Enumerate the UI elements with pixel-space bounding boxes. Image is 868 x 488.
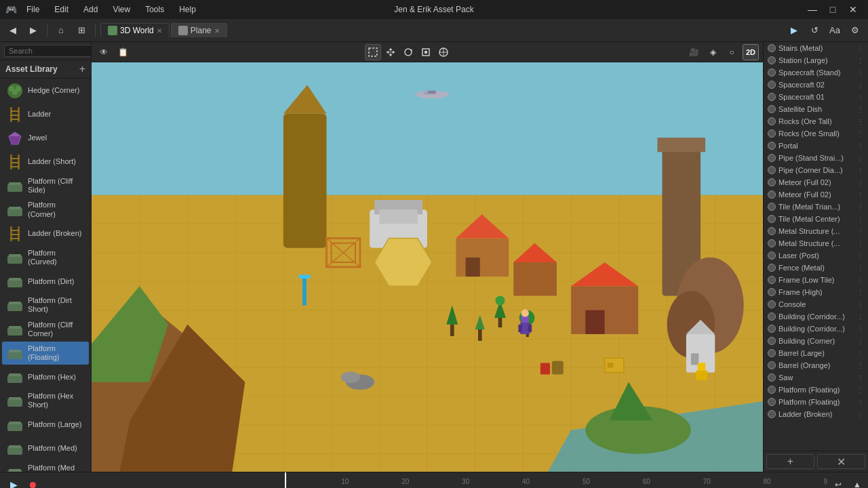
right-item-more-icon[interactable]: ⋮ [857, 264, 864, 272]
refresh-button[interactable]: ↺ [806, 22, 823, 39]
network-button[interactable]: ⊞ [73, 22, 90, 39]
right-item-more-icon[interactable]: ⋮ [857, 338, 864, 345]
play-timeline-button[interactable]: ▶ [5, 476, 22, 489]
right-item-more-icon[interactable]: ⋮ [857, 301, 864, 308]
camera-button[interactable]: 🎥 [686, 44, 702, 60]
right-list-item[interactable]: Spacecraft (Stand) ⋮ [764, 66, 868, 79]
menu-help[interactable]: Help [174, 3, 201, 16]
right-item-more-icon[interactable]: ⋮ [857, 325, 864, 333]
tab-3d-world-close[interactable]: ✕ [157, 27, 162, 35]
right-list-item[interactable]: Saw ⋮ [764, 371, 868, 384]
right-list-item[interactable]: Building (Corridor...) ⋮ [764, 323, 868, 335]
right-list-item[interactable]: Portal ⋮ [764, 140, 868, 152]
asset-item[interactable]: Platform (Med) [2, 437, 89, 460]
clipboard-button[interactable]: 📋 [115, 44, 131, 60]
right-list-item[interactable]: Laser (Post) ⋮ [764, 249, 868, 262]
asset-item[interactable]: Platform (Hex) [2, 365, 89, 388]
right-item-more-icon[interactable]: ⋮ [857, 81, 864, 89]
right-list-item[interactable]: Tile (Metal Trian...) ⋮ [764, 201, 868, 213]
right-item-more-icon[interactable]: ⋮ [857, 350, 864, 357]
visibility-button[interactable]: 👁 [96, 44, 112, 60]
record-button[interactable]: ⏺ [24, 476, 41, 489]
right-item-more-icon[interactable]: ⋮ [857, 399, 864, 406]
asset-item[interactable]: Platform (Dirt) [2, 270, 89, 293]
asset-item[interactable]: Platform (Dirt Short) [2, 293, 89, 317]
tab-plane[interactable]: Plane ✕ [171, 23, 227, 37]
right-close-button[interactable]: ✕ [817, 454, 865, 469]
move-tool-button[interactable] [382, 44, 399, 60]
right-list-item[interactable]: Spacecraft 02 ⋮ [764, 79, 868, 91]
right-item-more-icon[interactable]: ⋮ [857, 130, 864, 138]
right-item-more-icon[interactable]: ⋮ [857, 191, 864, 199]
tab-3d-world[interactable]: 3D World ✕ [100, 23, 170, 37]
transform-all-button[interactable] [435, 44, 452, 60]
right-list-item[interactable]: Barrel (Orange) ⋮ [764, 359, 868, 371]
font-button[interactable]: Aa [826, 22, 844, 39]
asset-item[interactable]: Ladder (Broken) [2, 222, 89, 245]
right-item-more-icon[interactable]: ⋮ [857, 313, 864, 321]
right-item-more-icon[interactable]: ⋮ [857, 179, 864, 186]
right-list-item[interactable]: Platform (Floating) ⋮ [764, 384, 868, 396]
right-item-more-icon[interactable]: ⋮ [857, 167, 864, 174]
viewport[interactable] [92, 62, 763, 472]
right-list-item[interactable]: Metal Structure (... ⋮ [764, 237, 868, 249]
right-item-more-icon[interactable]: ⋮ [857, 118, 864, 125]
perspective-button[interactable]: ◈ [705, 44, 721, 60]
right-add-button[interactable]: + [766, 454, 814, 469]
right-item-more-icon[interactable]: ⋮ [857, 411, 864, 418]
right-list-item[interactable]: Meteor (Full 02) ⋮ [764, 188, 868, 201]
right-item-more-icon[interactable]: ⋮ [857, 277, 864, 284]
right-item-more-icon[interactable]: ⋮ [857, 203, 864, 211]
right-list-item[interactable]: Console ⋮ [764, 298, 868, 310]
right-item-more-icon[interactable]: ⋮ [857, 155, 864, 162]
right-list-item[interactable]: Frame (High) ⋮ [764, 286, 868, 298]
rotate-tool-button[interactable] [400, 44, 416, 60]
back-button[interactable]: ◀ [4, 22, 22, 39]
right-list-item[interactable]: Stairs (Metal) ⋮ [764, 42, 868, 54]
menu-file[interactable]: File [21, 3, 45, 16]
menu-edit[interactable]: Edit [49, 3, 74, 16]
right-list-item[interactable]: Building (Corridor...) ⋮ [764, 310, 868, 323]
asset-item[interactable]: Platform (Corner) [2, 198, 89, 221]
asset-item[interactable]: Platform (Floating) [2, 342, 89, 365]
asset-item[interactable]: Platform (Cliff Corner) [2, 318, 89, 341]
close-button[interactable]: ✕ [844, 0, 863, 19]
asset-item[interactable]: Ladder [2, 103, 89, 126]
right-list-item[interactable]: Building (Corner) ⋮ [764, 335, 868, 347]
asset-item[interactable]: Hedge (Corner) [2, 79, 89, 102]
minimize-button[interactable]: — [803, 0, 822, 19]
right-item-more-icon[interactable]: ⋮ [857, 289, 864, 296]
asset-item[interactable]: Platform (Large) [2, 413, 89, 436]
right-list-item[interactable]: Platform (Floating) ⋮ [764, 396, 868, 408]
orbit-button[interactable]: ○ [724, 44, 740, 60]
right-item-more-icon[interactable]: ⋮ [857, 386, 864, 394]
forward-button[interactable]: ▶ [24, 22, 42, 39]
right-list-item[interactable]: Station (Large) ⋮ [764, 54, 868, 66]
maximize-button[interactable]: □ [823, 0, 842, 19]
right-list-item[interactable]: Spacecraft 01 ⋮ [764, 91, 868, 103]
right-item-more-icon[interactable]: ⋮ [857, 94, 864, 101]
right-list-item[interactable]: Rocks (Ore Tall) ⋮ [764, 115, 868, 127]
asset-item[interactable]: Ladder (Short) [2, 150, 89, 174]
right-list-item[interactable]: Ladder (Broken) ⋮ [764, 408, 868, 420]
play-button[interactable]: ▶ [785, 22, 803, 39]
right-item-more-icon[interactable]: ⋮ [857, 45, 864, 52]
right-list-item[interactable]: Rocks (Ore Small) ⋮ [764, 127, 868, 140]
search-input[interactable] [4, 45, 92, 57]
select-tool-button[interactable] [365, 44, 381, 60]
right-item-more-icon[interactable]: ⋮ [857, 240, 864, 247]
right-item-more-icon[interactable]: ⋮ [857, 362, 864, 369]
settings-button[interactable]: ⚙ [846, 22, 864, 39]
rewind-button[interactable]: ↩ [830, 476, 846, 489]
menu-add[interactable]: Add [78, 3, 103, 16]
right-list-item[interactable]: Fence (Metal) ⋮ [764, 262, 868, 274]
asset-library-add-button[interactable]: + [79, 63, 85, 75]
tab-plane-close[interactable]: ✕ [214, 27, 220, 35]
menu-view[interactable]: View [107, 3, 136, 16]
right-item-more-icon[interactable]: ⋮ [857, 228, 864, 235]
right-list-item[interactable]: Pipe (Stand Strai...) ⋮ [764, 152, 868, 164]
asset-item[interactable]: Platform (Cliff Side) [2, 174, 89, 197]
right-item-more-icon[interactable]: ⋮ [857, 142, 864, 150]
2d-button[interactable]: 2D [743, 44, 759, 60]
right-list-item[interactable]: Satellite Dish ⋮ [764, 103, 868, 115]
